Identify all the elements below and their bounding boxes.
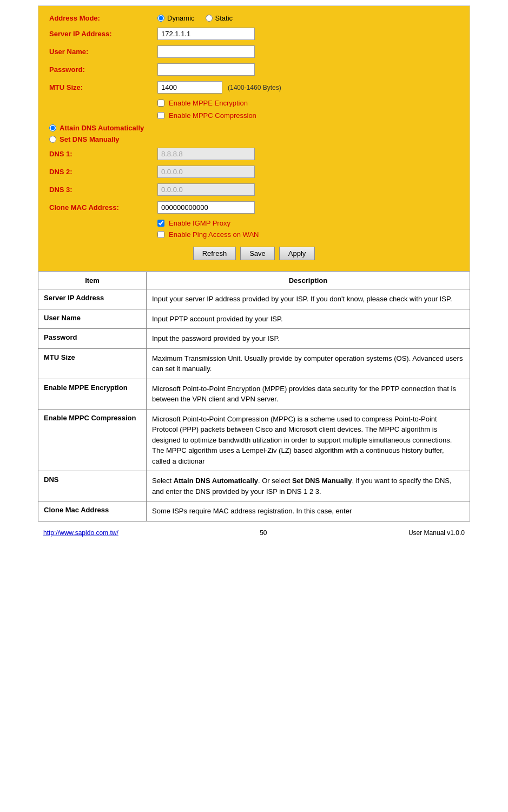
address-mode-row: Address Mode: Dynamic Static [49,14,459,22]
mtu-label: MTU Size: [49,83,157,91]
password-label: Password: [49,65,157,74]
static-label: Static [215,14,233,22]
table-item-cell: Enable MPPE Encryption [38,379,147,409]
mppe-checkbox[interactable] [157,100,164,107]
table-item-cell: Server IP Address [38,289,147,309]
dns1-label: DNS 1: [49,150,157,158]
apply-button[interactable]: Apply [279,247,315,260]
username-row: User Name: [49,45,459,58]
dns3-input[interactable] [157,183,255,196]
dynamic-radio[interactable] [157,15,164,22]
mppe-row: Enable MPPE Encryption [157,99,459,107]
table-desc-cell: Maximum Transmission Unit. Usually provi… [147,348,470,379]
username-input[interactable] [157,45,255,58]
igmp-row: Enable IGMP Proxy [49,219,459,227]
dns-section: Attain DNS Automatically Set DNS Manuall… [49,124,459,143]
mppc-label: Enable MPPC Compression [169,111,256,120]
mppc-checkbox[interactable] [157,112,164,119]
password-input[interactable] [157,63,255,76]
table-item-cell: DNS [38,471,147,501]
dns2-input[interactable] [157,166,255,178]
dns2-label: DNS 2: [49,168,157,176]
mppc-row: Enable MPPC Compression [157,111,459,120]
table-item-cell: Clone Mac Address [38,501,147,521]
set-dns-radio[interactable] [49,136,56,143]
footer-manual: User Manual v1.0.0 [408,529,465,537]
clone-mac-row: Clone MAC Address: [49,201,459,214]
footer-link[interactable]: http://www.sapido.com.tw/ [43,529,118,537]
dns2-row: DNS 2: [49,166,459,178]
clone-mac-input[interactable] [157,201,255,214]
save-button[interactable]: Save [240,247,275,260]
attain-dns-label: Attain DNS Automatically [60,124,144,132]
info-table: Item Description Server IP AddressInput … [38,272,470,521]
table-row: Server IP AddressInput your server IP ad… [38,289,470,309]
table-item-cell: MTU Size [38,348,147,379]
table-desc-cell: Some ISPs require MAC address registrati… [147,501,470,521]
dynamic-option[interactable]: Dynamic [157,14,195,22]
dynamic-label: Dynamic [167,14,195,22]
table-row: DNSSelect Attain DNS Automatically. Or s… [38,471,470,501]
table-row: PasswordInput the password provided by y… [38,329,470,349]
footer: http://www.sapido.com.tw/ 50 User Manual… [38,526,470,540]
table-row: Enable MPPC CompressionMicrosoft Point-t… [38,409,470,471]
igmp-checkbox[interactable] [157,220,164,227]
table-desc-cell: Select Attain DNS Automatically. Or sele… [147,471,470,501]
table-row: MTU SizeMaximum Transmission Unit. Usual… [38,348,470,379]
ping-checkbox[interactable] [157,231,164,238]
dns1-row: DNS 1: [49,148,459,160]
mtu-input[interactable] [157,81,222,94]
set-dns-row: Set DNS Manually [49,135,459,143]
col-desc: Description [147,272,470,289]
set-dns-label: Set DNS Manually [60,135,120,143]
address-mode-label: Address Mode: [49,14,157,22]
clone-mac-label: Clone MAC Address: [49,203,157,212]
static-radio[interactable] [206,15,213,22]
table-desc-cell: Microsoft Point-to-Point Encryption (MPP… [147,379,470,409]
table-row: User NameInput PPTP account provided by … [38,309,470,329]
table-item-cell: Enable MPPC Compression [38,409,147,471]
mtu-hint: (1400-1460 Bytes) [228,84,281,91]
server-ip-input[interactable] [157,28,255,40]
attain-dns-row: Attain DNS Automatically [49,124,459,132]
col-item: Item [38,272,147,289]
form-panel: Address Mode: Dynamic Static Server IP A… [38,5,470,272]
table-item-cell: User Name [38,309,147,329]
dns3-label: DNS 3: [49,186,157,194]
ping-label: Enable Ping Access on WAN [169,230,259,239]
server-ip-row: Server IP Address: [49,28,459,40]
igmp-label: Enable IGMP Proxy [169,219,230,227]
footer-page: 50 [260,529,267,537]
mtu-row: MTU Size: (1400-1460 Bytes) [49,81,459,94]
static-option[interactable]: Static [206,14,233,22]
button-row: Refresh Save Apply [49,247,459,260]
ping-row: Enable Ping Access on WAN [49,230,459,239]
mppe-label: Enable MPPE Encryption [169,99,248,107]
server-ip-label: Server IP Address: [49,30,157,38]
table-row: Enable MPPE EncryptionMicrosoft Point-to… [38,379,470,409]
table-desc-cell: Input your server IP address provided by… [147,289,470,309]
table-desc-cell: Input PPTP account provided by your ISP. [147,309,470,329]
table-item-cell: Password [38,329,147,349]
dns3-row: DNS 3: [49,183,459,196]
table-desc-cell: Input the password provided by your ISP. [147,329,470,349]
table-desc-cell: Microsoft Point-to-Point Compression (MP… [147,409,470,471]
username-label: User Name: [49,48,157,56]
dns1-input[interactable] [157,148,255,160]
password-row: Password: [49,63,459,76]
refresh-button[interactable]: Refresh [193,247,236,260]
table-row: Clone Mac AddressSome ISPs require MAC a… [38,501,470,521]
attain-dns-radio[interactable] [49,124,56,131]
